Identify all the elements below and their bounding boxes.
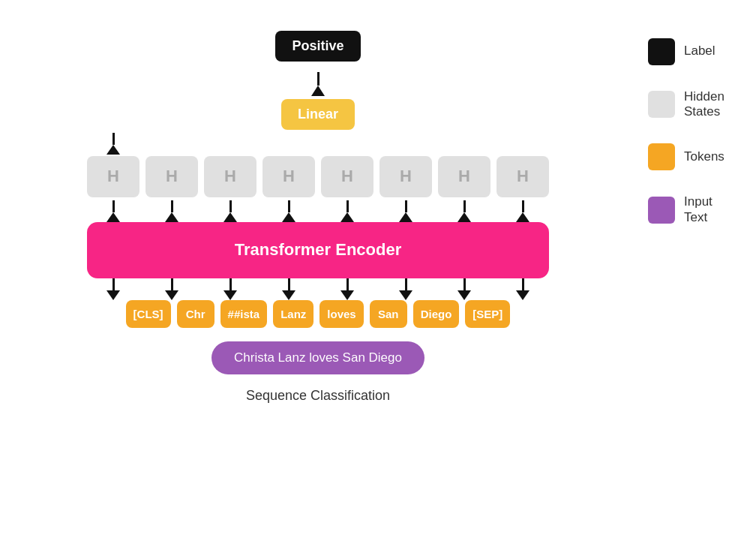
- arrow-col-7: [496, 200, 549, 222]
- arrow-col-down-3: [262, 278, 315, 300]
- h-box-4: H: [321, 156, 374, 197]
- h-box-1: H: [146, 156, 198, 197]
- main-container: Positive Linear H H H H: [10, 16, 746, 526]
- legend-item-input: InputText: [648, 194, 712, 225]
- legend-label-text-input: InputText: [684, 194, 712, 225]
- token-cls: [CLS]: [126, 300, 171, 328]
- arrow-col-4: [321, 200, 374, 222]
- sequence-classification-title: Sequence Classification: [246, 388, 390, 404]
- legend-label-text-tokens: Tokens: [684, 149, 724, 164]
- arrow-col-down-2: [204, 278, 256, 300]
- h-box-6: H: [438, 156, 490, 197]
- diagram-area: Positive Linear H H H H: [10, 16, 626, 404]
- label-box: Positive: [275, 31, 360, 62]
- arrow-col-2: [204, 200, 256, 222]
- h-box-3: H: [262, 156, 315, 197]
- token-sep: [SEP]: [465, 300, 510, 328]
- arrow-col-down-0: [87, 278, 140, 300]
- arrow-col-down-7: [496, 278, 549, 300]
- h-box-7: H: [496, 156, 549, 197]
- legend-item-tokens: Tokens: [648, 143, 724, 170]
- transformer-encoder-box: Transformer Encoder: [87, 222, 549, 278]
- legend-swatch-label: [648, 38, 675, 65]
- token-san: San: [370, 300, 407, 328]
- arrows-tokens-to-transformer: [87, 278, 549, 300]
- h-box-2: H: [204, 156, 256, 197]
- token-diego: Diego: [413, 300, 460, 328]
- legend-swatch-hidden: [648, 91, 675, 118]
- arrow-col-3: [262, 200, 315, 222]
- legend-label-text-hidden: HiddenStates: [684, 89, 724, 120]
- legend-swatch-input: [648, 197, 675, 224]
- tokens-row: [CLS] Chr ##ista Lanz loves San Diego [S…: [126, 300, 511, 328]
- arrow-col-down-4: [321, 278, 374, 300]
- h-box-5: H: [380, 156, 432, 197]
- arrow-col-1: [146, 200, 198, 222]
- legend-item-hidden: HiddenStates: [648, 89, 724, 120]
- token-lanz: Lanz: [273, 300, 314, 328]
- arrow-col-down-5: [380, 278, 432, 300]
- arrow-col-6: [438, 200, 490, 222]
- legend-item-label: Label: [648, 38, 716, 65]
- token-loves: loves: [320, 300, 363, 328]
- arrow-linear-to-label: [311, 69, 325, 96]
- h-box-0: H: [87, 156, 140, 197]
- linear-box: Linear: [281, 99, 355, 130]
- input-text-box: Christa Lanz loves San Diego: [212, 341, 424, 374]
- arrow-col-down-1: [146, 278, 198, 300]
- hidden-states-row: H H H H H H H H: [87, 156, 549, 197]
- legend-area: Label HiddenStates Tokens InputText: [626, 16, 746, 226]
- token-chr: Chr: [177, 300, 214, 328]
- arrow-col-0: [87, 200, 140, 222]
- legend-label-text-label: Label: [684, 44, 716, 59]
- arrows-transformer-to-h: [87, 200, 549, 222]
- legend-swatch-tokens: [648, 143, 675, 170]
- token-ista: ##ista: [220, 300, 268, 328]
- arrow-col-down-6: [438, 278, 490, 300]
- arrow-col-5: [380, 200, 432, 222]
- arrow-h0-to-linear: [87, 133, 140, 155]
